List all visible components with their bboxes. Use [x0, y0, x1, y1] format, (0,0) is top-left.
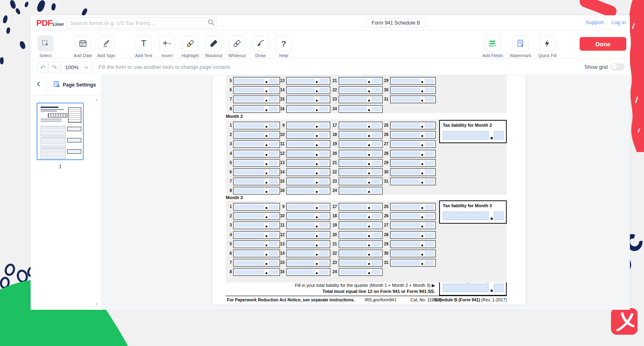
cents-field[interactable]	[372, 251, 381, 256]
dollars-field[interactable]	[288, 179, 315, 184]
cents-field[interactable]	[319, 123, 328, 128]
dollars-field[interactable]	[340, 123, 367, 128]
tool-insert[interactable]: + Insert	[156, 35, 178, 58]
tool-add-text[interactable]: T Add Text	[132, 35, 155, 58]
dollars-field[interactable]	[340, 233, 367, 237]
cents-field[interactable]	[269, 251, 278, 256]
cents-field[interactable]	[319, 161, 328, 165]
dollars-field[interactable]	[392, 251, 420, 256]
cents-field[interactable]	[269, 179, 278, 184]
redo-button[interactable]: ↷	[49, 62, 60, 73]
dollars-field[interactable]	[288, 214, 315, 218]
page-thumbnail-1[interactable]	[37, 103, 84, 160]
liability-dollars-field[interactable]	[443, 131, 489, 140]
dollars-field[interactable]	[235, 251, 264, 256]
dollars-field[interactable]	[392, 233, 420, 237]
dollars-field[interactable]	[340, 151, 367, 156]
dollars-field[interactable]	[288, 78, 315, 83]
total-cents-field[interactable]	[494, 284, 504, 292]
cents-field[interactable]	[425, 78, 434, 83]
dollars-field[interactable]	[340, 107, 367, 111]
cents-field[interactable]	[372, 233, 381, 237]
cents-field[interactable]	[269, 97, 278, 102]
cents-field[interactable]	[372, 188, 381, 193]
cents-field[interactable]	[269, 260, 278, 265]
dollars-field[interactable]	[340, 223, 367, 228]
tool-watermark[interactable]: Watermark	[509, 35, 532, 58]
dollars-field[interactable]	[340, 260, 367, 265]
dollars-field[interactable]	[288, 242, 315, 247]
cents-field[interactable]	[269, 242, 278, 247]
cents-field[interactable]	[372, 204, 381, 209]
cents-field[interactable]	[425, 251, 434, 256]
done-button[interactable]: Done	[580, 37, 626, 51]
cents-field[interactable]	[372, 270, 381, 274]
support-link[interactable]: Support	[585, 19, 604, 25]
scroll-up-arrow[interactable]: ▲	[95, 98, 98, 102]
cents-field[interactable]	[372, 242, 381, 247]
dollars-field[interactable]	[340, 78, 367, 83]
dollars-field[interactable]	[288, 142, 315, 146]
cents-field[interactable]	[372, 260, 381, 265]
cents-field[interactable]	[319, 132, 328, 137]
cents-field[interactable]	[425, 161, 434, 165]
dollars-field[interactable]	[235, 233, 264, 237]
dollars-field[interactable]	[340, 88, 367, 93]
scroll-down-arrow[interactable]: ▼	[95, 303, 98, 306]
dollars-field[interactable]	[392, 161, 420, 165]
cents-field[interactable]	[319, 88, 328, 93]
dollars-field[interactable]	[235, 97, 264, 102]
dollars-field[interactable]	[288, 188, 315, 193]
cents-field[interactable]	[269, 107, 278, 111]
cents-field[interactable]	[425, 223, 434, 228]
tool-add-fields[interactable]: Add Fields	[481, 35, 504, 58]
cents-field[interactable]	[372, 214, 381, 218]
cents-field[interactable]	[425, 233, 434, 237]
dollars-field[interactable]	[288, 97, 315, 102]
cents-field[interactable]	[319, 214, 328, 218]
cents-field[interactable]	[319, 204, 328, 209]
tool-add-sign[interactable]: Add Sign	[95, 35, 118, 58]
dollars-field[interactable]	[288, 233, 315, 237]
dollars-field[interactable]	[392, 123, 420, 128]
tool-draw[interactable]: Draw	[249, 35, 272, 58]
dollars-field[interactable]	[340, 179, 367, 184]
dollars-field[interactable]	[235, 78, 264, 83]
dollars-field[interactable]	[340, 214, 367, 218]
cents-field[interactable]	[319, 270, 328, 274]
search-icon[interactable]	[206, 19, 216, 27]
dollars-field[interactable]	[288, 88, 315, 93]
dollars-field[interactable]	[235, 179, 264, 184]
cents-field[interactable]	[319, 251, 328, 256]
dollars-field[interactable]	[340, 161, 367, 165]
dollars-field[interactable]	[392, 179, 420, 184]
liability-dollars-field[interactable]	[443, 212, 489, 220]
dollars-field[interactable]	[392, 260, 420, 265]
tool-help[interactable]: ? Help	[272, 35, 295, 58]
dollars-field[interactable]	[235, 260, 264, 265]
undo-button[interactable]: ↶	[37, 62, 48, 73]
dollars-field[interactable]	[288, 107, 315, 111]
cents-field[interactable]	[425, 123, 434, 128]
cents-field[interactable]	[372, 123, 381, 128]
dollars-field[interactable]	[235, 214, 264, 218]
cents-field[interactable]	[319, 179, 328, 184]
show-grid-toggle[interactable]	[611, 63, 625, 70]
dollars-field[interactable]	[235, 151, 264, 156]
dollars-field[interactable]	[235, 242, 264, 247]
cents-field[interactable]	[269, 188, 278, 193]
dollars-field[interactable]	[340, 204, 367, 209]
dollars-field[interactable]	[288, 132, 315, 137]
dollars-field[interactable]	[235, 161, 264, 165]
dollars-field[interactable]	[340, 142, 367, 146]
dollars-field[interactable]	[235, 88, 264, 93]
cents-field[interactable]	[269, 161, 278, 165]
cents-field[interactable]	[425, 142, 434, 146]
dollars-field[interactable]	[340, 251, 367, 256]
cents-field[interactable]	[319, 242, 328, 247]
cents-field[interactable]	[425, 260, 434, 265]
cents-field[interactable]	[269, 78, 278, 83]
dollars-field[interactable]	[235, 123, 264, 128]
dollars-field[interactable]	[392, 132, 420, 137]
cents-field[interactable]	[269, 270, 278, 274]
